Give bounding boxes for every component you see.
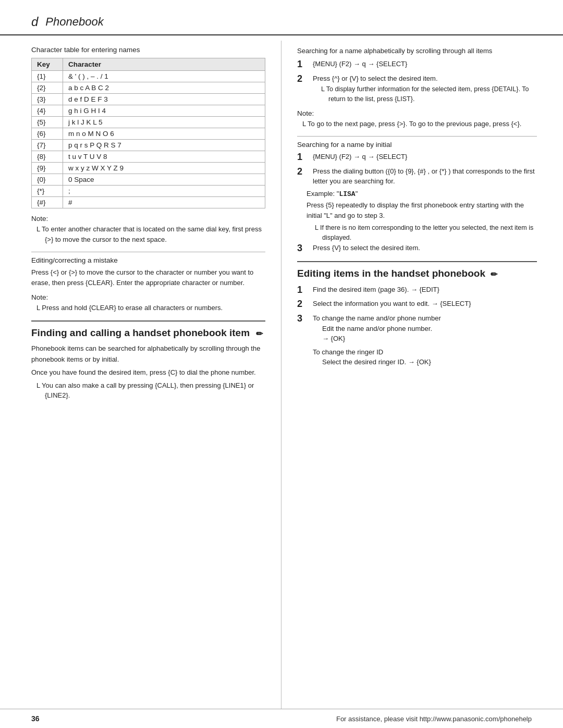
step-initial-2-content: Press the dialing button ({0} to {9}, {#… bbox=[313, 166, 537, 187]
step-edit-3: 3 To change the name and/or phone number… bbox=[297, 313, 537, 367]
step-initial-num-3: 3 bbox=[297, 243, 311, 254]
table-cell-char: w x y z W X Y Z 9 bbox=[63, 163, 265, 174]
table-row: {6}m n o M N O 6 bbox=[32, 128, 265, 140]
step-edit-2-content: Select the information you want to edit.… bbox=[313, 299, 537, 309]
example-mono: LISA bbox=[339, 190, 355, 198]
table-cell-char: g h i G H I 4 bbox=[63, 105, 265, 117]
finding-body-3: L You can also make a call by pressing {… bbox=[36, 380, 265, 401]
page-header: d Phonebook bbox=[0, 0, 563, 35]
pencil-icon: ✏ bbox=[256, 329, 263, 340]
editing-mistake-body: Press {<} or {>} to move the cursor to t… bbox=[31, 267, 265, 288]
example-body-1: Press {5} repeatedly to display the firs… bbox=[307, 200, 537, 221]
table-cell-char: ; bbox=[63, 186, 265, 197]
example-label: Example: "LISA" bbox=[307, 190, 537, 198]
table-cell-char: & ' ( ) , – . / 1 bbox=[63, 71, 265, 82]
table-row: {*}; bbox=[32, 186, 265, 197]
step-num-2: 2 bbox=[297, 73, 311, 85]
step-initial-3: 3 Press {V} to select the desired item. bbox=[297, 243, 537, 254]
editing-mistake-title: Editing/correcting a mistake bbox=[31, 256, 265, 264]
page-title: d Phonebook bbox=[31, 15, 532, 29]
step-edit-3-sub: Edit the name and/or phone number. → {OK… bbox=[322, 324, 537, 344]
table-header-character: Character bbox=[63, 58, 265, 71]
step-edit-3-ringer-sub: Select the desired ringer ID. → {OK} bbox=[322, 357, 537, 367]
step-alpha-2: 2 Press {^} or {V} to select the desired… bbox=[297, 73, 537, 104]
section-divider-1 bbox=[31, 252, 265, 252]
note-label-2: Note: bbox=[31, 293, 265, 301]
step-initial-num-1: 1 bbox=[297, 152, 311, 163]
table-cell-key: {5} bbox=[32, 117, 63, 128]
table-cell-key: {7} bbox=[32, 140, 63, 151]
left-column: Character table for entering names Key C… bbox=[0, 41, 282, 709]
table-cell-char: d e f D E F 3 bbox=[63, 94, 265, 105]
editing-handset-title: Editing items in the handset phonebook ✏ bbox=[297, 267, 537, 280]
step-alpha-1-content: {MENU} (F2) → q → {SELECT} bbox=[313, 59, 537, 69]
table-row: {8}t u v T U V 8 bbox=[32, 151, 265, 163]
step-alpha-2-content: Press {^} or {V} to select the desired i… bbox=[313, 73, 537, 104]
table-row: {0}0 Space bbox=[32, 174, 265, 186]
note-label-1: Note: bbox=[31, 215, 265, 223]
step-edit-3-content: To change the name and/or phone number E… bbox=[313, 313, 537, 367]
section-letter: d bbox=[31, 15, 38, 29]
step-initial-num-2: 2 bbox=[297, 166, 311, 178]
note-label-right-1: Note: bbox=[297, 109, 537, 117]
finding-body-1: Phonebook items can be searched for alph… bbox=[31, 343, 265, 364]
step-alpha-2-sub: L To display further information for the… bbox=[321, 84, 537, 104]
table-row: {5}j k l J K L 5 bbox=[32, 117, 265, 128]
table-cell-char: j k l J K L 5 bbox=[63, 117, 265, 128]
finding-section: Finding and calling a handset phonebook … bbox=[31, 320, 265, 401]
finding-section-title: Finding and calling a handset phonebook … bbox=[31, 327, 265, 340]
step-edit-1-content: Find the desired item (page 36). → {EDIT… bbox=[313, 285, 537, 295]
table-row: {2}a b c A B C 2 bbox=[32, 82, 265, 94]
searching-alpha-title: Searching for a name alphabetically by s… bbox=[297, 46, 537, 56]
page: d Phonebook Character table for entering… bbox=[0, 0, 563, 728]
table-cell-char: # bbox=[63, 197, 265, 208]
note-item-1: L To enter another character that is loc… bbox=[36, 224, 265, 244]
finding-body-2: Once you have found the desired item, pr… bbox=[31, 367, 265, 378]
step-initial-2: 2 Press the dialing button ({0} to {9}, … bbox=[297, 166, 537, 187]
step-edit-num-2: 2 bbox=[297, 299, 311, 310]
table-cell-char: m n o M N O 6 bbox=[63, 128, 265, 140]
table-cell-key: {3} bbox=[32, 94, 63, 105]
footer-text: For assistance, please visit http://www.… bbox=[336, 715, 532, 723]
table-row: {7}p q r s P Q R S 7 bbox=[32, 140, 265, 151]
table-cell-char: a b c A B C 2 bbox=[63, 82, 265, 94]
table-cell-char: t u v T U V 8 bbox=[63, 151, 265, 163]
right-column: Searching for a name alphabetically by s… bbox=[282, 41, 563, 709]
table-cell-char: p q r s P Q R S 7 bbox=[63, 140, 265, 151]
table-cell-key: {*} bbox=[32, 186, 63, 197]
step-edit-1: 1 Find the desired item (page 36). → {ED… bbox=[297, 285, 537, 296]
char-table-title: Character table for entering names bbox=[31, 46, 265, 54]
table-cell-key: {8} bbox=[32, 151, 63, 163]
example-sub-l: L If there is no item corresponding to t… bbox=[315, 223, 537, 243]
table-row: {3}d e f D E F 3 bbox=[32, 94, 265, 105]
table-cell-key: {#} bbox=[32, 197, 63, 208]
step-edit-num-3: 3 bbox=[297, 313, 311, 325]
table-header-key: Key bbox=[32, 58, 63, 71]
step-num-1: 1 bbox=[297, 59, 311, 70]
table-cell-char: 0 Space bbox=[63, 174, 265, 186]
step-initial-1: 1 {MENU} (F2) → q → {SELECT} bbox=[297, 152, 537, 163]
table-cell-key: {9} bbox=[32, 163, 63, 174]
table-cell-key: {6} bbox=[32, 128, 63, 140]
table-row: {4}g h i G H I 4 bbox=[32, 105, 265, 117]
table-cell-key: {1} bbox=[32, 71, 63, 82]
page-footer: 36 For assistance, please visit http://w… bbox=[0, 709, 563, 728]
searching-initial-title: Searching for a name by initial bbox=[297, 141, 537, 149]
step-alpha-1: 1 {MENU} (F2) → q → {SELECT} bbox=[297, 59, 537, 70]
section-divider-right-1 bbox=[297, 136, 537, 137]
note-item-right-1: L To go to the next page, press {>}. To … bbox=[302, 119, 537, 129]
step-initial-1-content: {MENU} (F2) → q → {SELECT} bbox=[313, 152, 537, 162]
table-cell-key: {2} bbox=[32, 82, 63, 94]
editing-handset-section: Editing items in the handset phonebook ✏… bbox=[297, 261, 537, 367]
footer-page-number: 36 bbox=[31, 714, 40, 723]
section-title: Phonebook bbox=[45, 15, 103, 29]
step-edit-num-1: 1 bbox=[297, 285, 311, 296]
content-area: Character table for entering names Key C… bbox=[0, 41, 563, 709]
table-cell-key: {0} bbox=[32, 174, 63, 186]
note-item-2: L Press and hold {CLEAR} to erase all ch… bbox=[36, 303, 265, 313]
table-row: {#}# bbox=[32, 197, 265, 208]
table-row: {1}& ' ( ) , – . / 1 bbox=[32, 71, 265, 82]
table-cell-key: {4} bbox=[32, 105, 63, 117]
example-block: Example: "LISA" Press {5} repeatedly to … bbox=[307, 190, 537, 243]
character-table: Key Character {1}& ' ( ) , – . / 1{2}a b… bbox=[31, 58, 265, 208]
